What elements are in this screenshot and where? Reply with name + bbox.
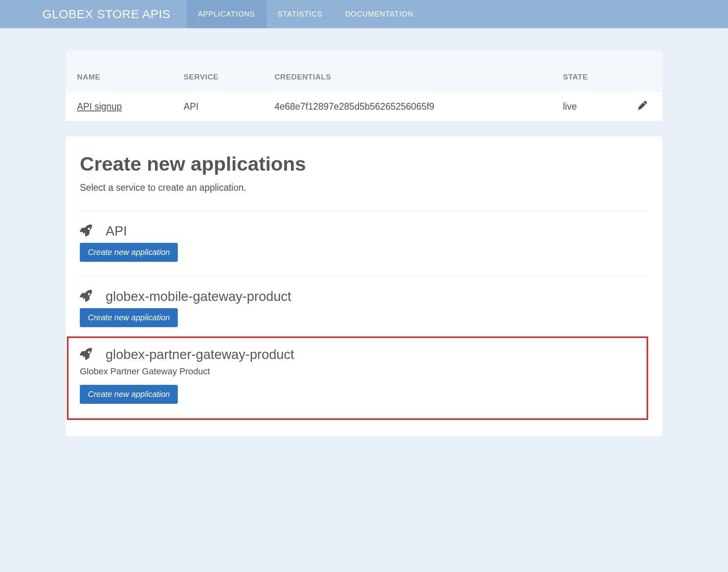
cell-state: live xyxy=(551,92,627,121)
create-app-button[interactable]: Create new application xyxy=(80,385,178,404)
applications-table: NAME SERVICE CREDENTIALS STATE API signu… xyxy=(66,50,662,121)
applications-table-card: NAME SERVICE CREDENTIALS STATE API signu… xyxy=(66,50,662,121)
rocket-icon xyxy=(80,224,94,238)
th-state: STATE xyxy=(551,50,627,92)
app-name-link[interactable]: API signup xyxy=(77,101,122,112)
service-name: API xyxy=(106,223,127,239)
service-name: globex-partner-gateway-product xyxy=(106,347,294,362)
nav-tab-documentation[interactable]: DOCUMENTATION xyxy=(334,0,424,28)
th-credentials: CREDENTIALS xyxy=(263,50,552,92)
page-subtitle: Select a service to create an applicatio… xyxy=(80,182,648,193)
table-row: API signup API 4e68e7f12897e285d5b562652… xyxy=(66,92,662,121)
create-app-button[interactable]: Create new application xyxy=(80,243,178,262)
service-block-api: API Create new application xyxy=(80,210,648,276)
create-applications-card: Create new applications Select a service… xyxy=(66,136,662,436)
service-block-mobile: globex-mobile-gateway-product Create new… xyxy=(80,276,648,341)
nav-tab-statistics[interactable]: STATISTICS xyxy=(266,0,334,28)
rocket-icon xyxy=(80,348,94,361)
nav-tab-applications[interactable]: APPLICATIONS xyxy=(187,0,266,28)
top-nav: GLOBEX STORE APIS APPLICATIONS STATISTIC… xyxy=(0,0,728,28)
service-block-partner-wrapper: globex-partner-gateway-product Globex Pa… xyxy=(80,341,648,420)
service-description: Globex Partner Gateway Product xyxy=(80,366,434,377)
highlight-box: globex-partner-gateway-product Globex Pa… xyxy=(67,336,648,420)
th-service: SERVICE xyxy=(172,50,263,92)
brand-title: GLOBEX STORE APIS xyxy=(42,7,171,21)
create-app-button[interactable]: Create new application xyxy=(80,308,178,327)
page-title: Create new applications xyxy=(80,152,648,175)
cell-service: API xyxy=(172,92,263,121)
rocket-icon xyxy=(80,290,94,303)
cell-credentials: 4e68e7f12897e285d5b56265256065f9 xyxy=(263,92,552,121)
service-name: globex-mobile-gateway-product xyxy=(106,289,291,304)
edit-icon[interactable] xyxy=(638,101,647,110)
nav-tabs: APPLICATIONS STATISTICS DOCUMENTATION xyxy=(187,0,424,28)
th-name: NAME xyxy=(66,50,172,92)
